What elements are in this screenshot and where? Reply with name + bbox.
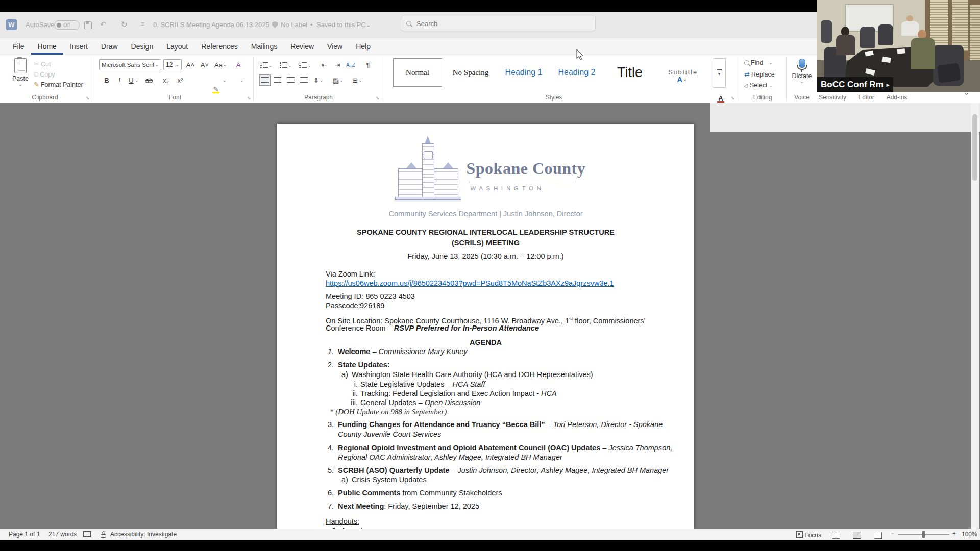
justify-button[interactable]	[299, 75, 308, 85]
redo-icon[interactable]: ↻	[121, 20, 128, 28]
multilevel-list-button[interactable]: ⌄	[299, 60, 311, 70]
underline-caret-icon[interactable]: ⌄	[135, 78, 139, 83]
style-subtitle[interactable]: Subtitle	[658, 58, 707, 87]
zoom-link[interactable]: https://us06web.zoom.us/j/86502234503?pw…	[326, 279, 614, 287]
copy-button[interactable]: ⧉Copy	[34, 70, 55, 79]
clipboard-dialog-launcher-icon[interactable]: ⇘	[86, 95, 90, 101]
passcode-label: Passcode:	[326, 301, 360, 311]
tab-file[interactable]: File	[6, 38, 31, 55]
dictate-button[interactable]: Dictate ⌄	[790, 59, 814, 84]
font-dialog-launcher-icon[interactable]: ⇘	[247, 95, 251, 101]
font-size-combo[interactable]: 12⌄	[163, 59, 182, 70]
web-layout-button[interactable]	[874, 531, 882, 539]
line-spacing-button[interactable]: ⇕⌄	[313, 75, 323, 85]
zoom-in-button[interactable]: +	[952, 530, 956, 537]
paper	[881, 57, 891, 63]
tab-home[interactable]: Home	[31, 38, 63, 55]
word-count[interactable]: 217 words	[48, 531, 77, 538]
styles-gallery-more-button[interactable]: ▾	[713, 58, 726, 88]
decrease-indent-button[interactable]: ⇤	[320, 60, 329, 70]
document-page[interactable]: Spokane County WASHINGTON Community Serv…	[277, 124, 694, 529]
page-indicator[interactable]: Page 1 of 1	[9, 531, 40, 538]
replace-button[interactable]: ⇄Replace	[744, 70, 775, 78]
conference-video-feed[interactable]: BoCC Conf Rm▸	[817, 0, 980, 92]
style-title[interactable]: Title	[605, 58, 654, 87]
align-center-button[interactable]	[273, 75, 282, 85]
font-name-combo[interactable]: Microsoft Sans Serif⌄	[99, 59, 161, 70]
highlight-button[interactable]: ✎	[211, 84, 220, 93]
handouts-label: Handouts:	[326, 517, 359, 527]
strikethrough-button[interactable]: ab	[144, 75, 154, 85]
style-normal[interactable]: Normal	[393, 58, 442, 87]
zoom-slider[interactable]	[898, 529, 949, 540]
mouse-cursor	[576, 49, 585, 63]
zoom-out-button[interactable]: −	[891, 530, 894, 537]
search-input[interactable]	[415, 19, 571, 28]
saved-status-caret-icon[interactable]: ⌄	[366, 23, 371, 28]
zoom-slider-thumb[interactable]	[922, 531, 925, 538]
align-right-button[interactable]	[286, 75, 295, 85]
sensitivity-label-badge[interactable]: No Label	[281, 21, 307, 29]
print-layout-button[interactable]	[853, 531, 861, 539]
sort-button[interactable]: A↓Z	[346, 60, 355, 70]
paragraph-dialog-launcher-icon[interactable]: ⇘	[376, 95, 380, 101]
italic-button[interactable]: I	[115, 75, 124, 85]
onsite-location-line2: Conference Room – RSVP Preferred for In-…	[326, 323, 539, 333]
select-button[interactable]: ▷Select⌄	[744, 82, 773, 89]
tab-insert[interactable]: Insert	[63, 38, 94, 55]
search-icon	[406, 21, 411, 26]
grow-font-button[interactable]: A˄	[186, 60, 195, 70]
accessibility-status[interactable]: Accessibility: Investigate	[110, 531, 177, 538]
numbering-button[interactable]: ⌄	[280, 60, 292, 70]
saved-status[interactable]: Saved to this PC	[316, 21, 366, 29]
play-icon[interactable]: ▸	[887, 82, 890, 88]
tab-review[interactable]: Review	[284, 38, 321, 55]
tab-layout[interactable]: Layout	[160, 38, 194, 55]
tab-draw[interactable]: Draw	[94, 38, 125, 55]
superscript-button[interactable]: x²	[176, 75, 185, 85]
editing-group-label: Editing	[753, 94, 772, 101]
subscript-button[interactable]: x₂	[161, 75, 170, 85]
cut-button[interactable]: ✂Cut	[34, 60, 51, 68]
shrink-font-button[interactable]: A˅	[200, 60, 209, 70]
tab-help[interactable]: Help	[349, 38, 377, 55]
replace-icon: ⇄	[744, 70, 750, 78]
style-heading-1[interactable]: Heading 1	[499, 58, 548, 87]
search-box[interactable]	[401, 16, 596, 31]
quick-access-menu-icon[interactable]: ≡	[141, 21, 144, 27]
sensitivity-shield-icon[interactable]	[272, 21, 278, 28]
autosave-toggle[interactable]: Off	[54, 20, 80, 30]
zoom-level[interactable]: 100%	[962, 531, 977, 538]
styles-dialog-launcher-icon[interactable]: ⇘	[731, 95, 735, 101]
align-left-button[interactable]	[259, 74, 271, 86]
tab-references[interactable]: References	[194, 38, 244, 55]
find-button[interactable]: Find⌄	[744, 59, 773, 66]
pilcrow-button[interactable]: ¶	[363, 60, 373, 70]
read-mode-button[interactable]	[832, 531, 840, 539]
style-no-spacing[interactable]: No Spacing	[446, 58, 495, 87]
accessibility-icon[interactable]	[100, 531, 106, 538]
highlight-caret-icon[interactable]: ⌄	[223, 78, 227, 83]
change-case-button[interactable]: Aa⌄	[214, 60, 227, 70]
paste-button[interactable]: Paste ⌄	[9, 58, 32, 87]
format-painter-button[interactable]: ✎Format Painter	[34, 81, 83, 88]
focus-button[interactable]: Focus	[796, 531, 821, 539]
shading-button[interactable]: ▨⌄	[333, 75, 344, 85]
undo-icon[interactable]: ↶	[100, 20, 107, 28]
bold-button[interactable]: B	[102, 75, 111, 85]
tab-view[interactable]: View	[321, 38, 349, 55]
tab-design[interactable]: Design	[125, 38, 160, 55]
increase-indent-button[interactable]: ⇥	[333, 60, 342, 70]
bullets-button[interactable]: ⌄	[260, 60, 273, 70]
save-icon[interactable]	[84, 21, 92, 29]
vertical-scrollbar[interactable]	[971, 103, 979, 529]
tab-mailings[interactable]: Mailings	[244, 38, 284, 55]
numbered-list-icon	[280, 62, 287, 68]
font-group-label: Font	[169, 94, 181, 101]
word-app-icon[interactable]: W	[6, 19, 17, 30]
scrollbar-thumb[interactable]	[972, 114, 977, 181]
borders-button[interactable]: ⊞⌄	[352, 75, 362, 85]
clear-formatting-button[interactable]: A	[234, 60, 243, 70]
font-color-caret-icon[interactable]: ⌄	[240, 78, 244, 83]
proofing-icon[interactable]	[83, 531, 91, 538]
